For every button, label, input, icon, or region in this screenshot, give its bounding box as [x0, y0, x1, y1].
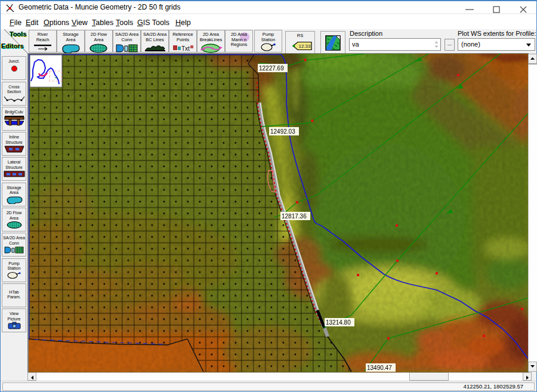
svg-text:Editors: Editors [1, 42, 24, 50]
svg-text:13490.47: 13490.47 [367, 365, 392, 371]
svg-text:Txt: Txt [181, 45, 190, 52]
svg-text:12817.36: 12817.36 [282, 213, 307, 220]
svg-text:12.33: 12.33 [299, 44, 311, 49]
svg-text:12227.69: 12227.69 [259, 65, 284, 72]
svg-text:13214.80: 13214.80 [326, 319, 351, 326]
svg-text:12492.03: 12492.03 [270, 128, 295, 135]
svg-text:Tools: Tools [10, 30, 27, 38]
